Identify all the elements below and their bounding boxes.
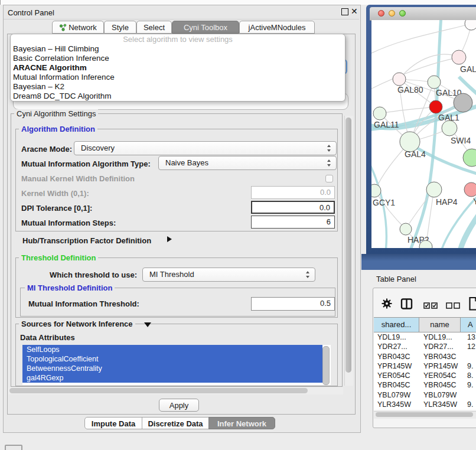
table-row[interactable]: YLR345WYLR345W9.: [374, 400, 476, 409]
table-cell: YBR043C: [374, 352, 419, 361]
column-header-partial[interactable]: A: [460, 318, 476, 332]
dropdown-prompt: Select algorithm to view settings: [11, 34, 345, 44]
attribute-item[interactable]: BetweennessCentrality: [22, 364, 322, 373]
network-canvas[interactable]: GALGAL80GAL10GAL1GAL11SWI4GAL4GCY1HAP4YH…: [371, 20, 476, 248]
settings-vscrollbar-thumb[interactable]: [345, 118, 351, 373]
unchecked-pair-icon[interactable]: [446, 302, 461, 311]
spinner-arrows-icon: [327, 145, 331, 152]
table-cell: 9.: [460, 380, 476, 390]
mi-threshold-label: Mutual Information Threshold:: [28, 299, 139, 308]
network-node[interactable]: [400, 223, 412, 235]
checked-pair-icon[interactable]: [423, 302, 438, 311]
aracne-mode-combo[interactable]: Discovery: [74, 141, 337, 155]
table-cell: [460, 352, 476, 361]
table-row[interactable]: YBR045CYBR045C9.: [374, 380, 476, 390]
network-edge[interactable]: [399, 54, 459, 79]
zoom-green-icon[interactable]: [399, 10, 406, 17]
mi-threshold-input[interactable]: 0.5: [251, 297, 335, 311]
column-header-name[interactable]: name: [419, 318, 460, 332]
attribute-item[interactable]: SelfLoops: [22, 345, 322, 354]
node-label: Y: [473, 197, 476, 206]
table-row[interactable]: YBR043CYBR043C: [374, 352, 476, 361]
table-row[interactable]: YBL079WYBL079W: [374, 390, 476, 400]
table-cell: YIL052C: [419, 409, 460, 410]
table-cell: YBL079W: [419, 390, 460, 400]
minimize-yellow-icon[interactable]: [389, 10, 395, 17]
network-node[interactable]: [454, 93, 472, 112]
table-cell: 9.: [460, 361, 476, 371]
algorithm-option[interactable]: ARACNE Algorithm: [11, 63, 345, 73]
table-row[interactable]: YPR145WYPR145W9.: [374, 361, 476, 371]
network-node[interactable]: [464, 182, 476, 197]
network-node[interactable]: [442, 120, 457, 136]
table-cell: YDL19...: [374, 332, 419, 342]
which-threshold-combo[interactable]: MI Threshold: [142, 268, 315, 282]
tab-label: Select: [144, 23, 165, 32]
hub-section-label[interactable]: Hub/Transcription Factor Definition: [22, 236, 151, 245]
network-node[interactable]: [426, 182, 442, 197]
table-cell: YPR145W: [419, 361, 460, 371]
collapse-down-icon[interactable]: [144, 322, 151, 327]
network-node[interactable]: [393, 73, 406, 86]
network-node[interactable]: [400, 132, 420, 152]
combo-value: Naive Bayes: [165, 158, 208, 167]
manual-kernel-checkbox[interactable]: [325, 175, 333, 182]
algorithm-option[interactable]: Dream8 DC_TDC Algorithm: [11, 92, 345, 101]
network-node[interactable]: [373, 107, 386, 120]
dpi-tolerance-label: DPI Tolerance [0,1]:: [21, 204, 92, 213]
tab-discretize-data[interactable]: Discretize Data: [142, 417, 209, 429]
table-cell: 12: [460, 342, 476, 351]
network-node[interactable]: [428, 76, 441, 89]
network-edge[interactable]: [375, 191, 406, 229]
gear-icon[interactable]: [382, 298, 392, 311]
minimized-panel-button[interactable]: [5, 445, 22, 450]
tab-select[interactable]: Select: [136, 21, 172, 34]
attribute-item[interactable]: TopologicalCoefficient: [22, 354, 322, 364]
columns-icon[interactable]: [400, 298, 413, 312]
tab-impute-data[interactable]: Impute Data: [84, 417, 142, 429]
tab-label: Style: [112, 23, 129, 32]
aracne-mode-label: Aracne Mode:: [21, 145, 72, 154]
table-row[interactable]: YER054CYER054C8.: [374, 371, 476, 380]
tab-network[interactable]: Network: [52, 21, 104, 34]
network-window-titlebar[interactable]: [370, 7, 476, 21]
sources-group-title[interactable]: Sources for Network Inference: [19, 319, 135, 328]
list-scrollbar[interactable]: [322, 346, 330, 385]
algorithm-option[interactable]: Mutual Information Inference: [11, 73, 345, 82]
data-attributes-list[interactable]: SelfLoopsTopologicalCoefficientBetweenne…: [22, 345, 331, 385]
network-node[interactable]: [429, 100, 442, 113]
column-header-shared[interactable]: shared...: [374, 318, 419, 332]
network-node[interactable]: [452, 50, 466, 64]
table-cell: YER054C: [374, 371, 419, 380]
table-row[interactable]: YDR27...YDR27...12: [374, 342, 476, 351]
close-icon[interactable]: ✕: [351, 6, 358, 16]
settings-hscrollbar-thumb[interactable]: [9, 388, 308, 393]
float-icon[interactable]: [341, 8, 348, 15]
tab-style[interactable]: Style: [104, 21, 136, 34]
attribute-item[interactable]: gal4RGexp: [22, 373, 322, 383]
tab-infer-network[interactable]: Infer Network: [208, 417, 275, 429]
apply-button[interactable]: Apply: [159, 399, 199, 412]
network-node[interactable]: [465, 20, 476, 30]
mi-steps-label: Mutual Information Steps:: [21, 219, 116, 227]
mi-algorithm-type-combo[interactable]: Naive Bayes: [158, 156, 337, 170]
document-icon[interactable]: [469, 296, 476, 313]
tab-jactivemnodules[interactable]: jActiveMNodules: [239, 21, 315, 34]
dpi-tolerance-input[interactable]: 0.0: [251, 201, 335, 214]
table-hscrollbar-thumb[interactable]: [376, 412, 473, 417]
network-node[interactable]: [463, 149, 476, 167]
sources-title-text: Sources for Network Inference: [21, 319, 133, 328]
mi-steps-input[interactable]: 6: [251, 216, 335, 229]
expand-right-icon[interactable]: [167, 236, 172, 242]
algorithm-option[interactable]: Basic Correlation Inference: [11, 54, 345, 63]
kernel-width-input[interactable]: 0.0: [251, 186, 335, 199]
algorithm-option[interactable]: Bayesian – K2: [11, 82, 345, 92]
close-red-icon[interactable]: [378, 10, 384, 17]
table-cell: YDR27...: [374, 342, 419, 351]
table-row[interactable]: YDL19...YDL19...13: [374, 332, 476, 342]
tab-cyni-toolbox[interactable]: Cyni Toolbox: [172, 21, 239, 34]
table-row[interactable]: YIL052CYIL052C9: [374, 409, 476, 410]
algorithm-dropdown[interactable]: Select algorithm to view settings Bayesi…: [10, 34, 345, 102]
network-edge[interactable]: [380, 107, 436, 113]
algorithm-option[interactable]: Bayesian – Hill Climbing: [11, 44, 345, 54]
